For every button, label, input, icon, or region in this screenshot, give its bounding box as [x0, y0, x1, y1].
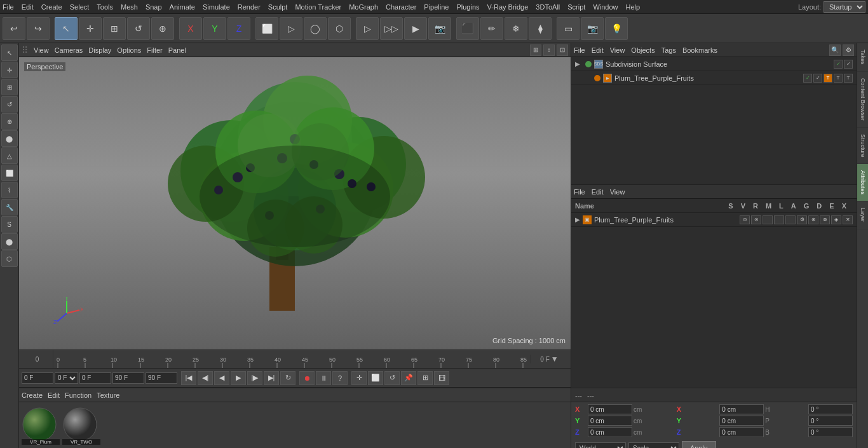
move-playback-button[interactable]: ✛ — [351, 371, 367, 385]
tab-structure[interactable]: Structure — [857, 128, 868, 165]
material-item-1[interactable]: VR_Plum — [22, 407, 60, 445]
coord-y-rot-input[interactable] — [719, 416, 764, 426]
rotate-tool-button[interactable]: ↺ — [127, 17, 150, 40]
pin-button[interactable]: 📌 — [401, 371, 416, 385]
refresh-button[interactable]: ↺ — [384, 371, 400, 385]
attr-cell-r[interactable] — [763, 215, 773, 224]
attr-menu-view[interactable]: View — [610, 188, 625, 196]
end-frame-input[interactable] — [112, 372, 144, 384]
menu-mograph[interactable]: MoGraph — [349, 3, 378, 11]
cube-button[interactable]: ⬜ — [255, 17, 278, 40]
coord-z-pos-input[interactable] — [588, 427, 632, 437]
viewport-menu-view[interactable]: View — [34, 46, 49, 54]
help-button[interactable]: ? — [332, 371, 348, 385]
viewport-menu-filter[interactable]: Filter — [147, 46, 162, 54]
play-button[interactable]: ▶ — [231, 371, 246, 385]
left-tool-7[interactable]: △ — [1, 147, 18, 164]
deformer-button[interactable]: ⬡ — [328, 17, 351, 40]
play-reverse-button[interactable]: ◀ — [214, 371, 229, 385]
obj-tag-2[interactable]: T — [834, 74, 843, 83]
redo-button[interactable]: ↪ — [27, 17, 50, 40]
menu-mesh[interactable]: Mesh — [121, 3, 138, 11]
obj-item-plumtree[interactable]: ▶ Plum_Tree_Purple_Fruits ✓ ✓ T T T — [571, 71, 857, 85]
attr-cell-e[interactable]: ◈ — [831, 215, 841, 224]
attr-menu-file[interactable]: File — [574, 188, 585, 196]
menu-snap[interactable]: Snap — [146, 3, 162, 11]
record-stop-button[interactable]: ⏸ — [316, 371, 331, 385]
menu-pipeline[interactable]: Pipeline — [424, 3, 449, 11]
loop-button[interactable]: ↻ — [280, 371, 295, 385]
obj-check-visible-1[interactable]: ✓ — [834, 60, 843, 69]
apply-button[interactable]: Apply — [682, 441, 716, 448]
filmstrip-button[interactable]: 🎞 — [434, 371, 449, 385]
tab-attributes[interactable]: Attributes — [857, 164, 868, 201]
obj-search-icon[interactable]: 🔍 — [829, 44, 841, 56]
next-frame-button[interactable]: |▶ — [247, 371, 262, 385]
tab-content-browser[interactable]: Content Browser — [857, 72, 868, 128]
left-tool-9[interactable]: ⌇ — [1, 182, 18, 198]
render-region-button[interactable]: ▷▷ — [380, 17, 403, 40]
tab-layer[interactable]: Layer — [857, 201, 868, 229]
obj-tag-1[interactable]: T — [824, 74, 832, 83]
pen-button[interactable]: ✏ — [480, 17, 503, 40]
attr-cell-d[interactable]: ⊗ — [820, 215, 830, 224]
obj-tag-3[interactable]: T — [844, 74, 853, 83]
left-tool-5[interactable]: ⊕ — [1, 113, 18, 130]
goto-start-button[interactable]: |◀ — [181, 371, 196, 385]
attr-cell-a[interactable]: ⚙ — [797, 215, 807, 224]
menu-plugins[interactable]: Plugins — [456, 3, 479, 11]
layout-dropdown[interactable]: Startup — [824, 1, 865, 13]
menu-help[interactable]: Help — [626, 3, 641, 11]
viewport-icon-btn-2[interactable]: ↕ — [543, 44, 555, 56]
attr-cell-m[interactable] — [774, 215, 784, 224]
render-to-picture-button[interactable]: 📷 — [428, 17, 451, 40]
obj-menu-edit[interactable]: Edit — [592, 46, 604, 54]
menu-motion-tracker[interactable]: Motion Tracker — [295, 3, 341, 11]
left-tool-10[interactable]: 🔧 — [1, 199, 18, 215]
menu-tools[interactable]: Tools — [97, 3, 113, 11]
menu-animate[interactable]: Animate — [170, 3, 195, 11]
left-tool-1[interactable]: ↖ — [1, 44, 18, 61]
array-button[interactable]: ⧫ — [529, 17, 552, 40]
select-tool-button[interactable]: ↖ — [55, 17, 78, 40]
cube3d-button[interactable]: ⬛ — [456, 17, 479, 40]
timeline-end-btn[interactable]: ▼ — [551, 355, 559, 363]
obj-check-visible-2[interactable]: ✓ — [803, 74, 812, 83]
menu-window[interactable]: Window — [593, 3, 618, 11]
viewport-menu-cameras[interactable]: Cameras — [55, 46, 83, 54]
scale-dropdown[interactable]: Scale — [628, 442, 679, 448]
move-tool-button[interactable]: ✛ — [79, 17, 102, 40]
attr-cell-l[interactable] — [785, 215, 796, 224]
viewport-menu-panel[interactable]: Panel — [168, 46, 186, 54]
cloner-button[interactable]: ❄ — [505, 17, 527, 40]
coord-z-rot-input[interactable] — [719, 427, 764, 437]
attr-expand-icon[interactable]: ▶ — [575, 216, 583, 223]
attr-menu-edit[interactable]: Edit — [592, 188, 604, 196]
obj-check-render-2[interactable]: ✓ — [813, 74, 822, 83]
prev-frame-button[interactable]: ◀| — [198, 371, 213, 385]
coord-p-input[interactable] — [808, 416, 853, 426]
obj-item-subdivision[interactable]: ▶ SDS Subdivision Surface ✓ ✓ — [571, 57, 857, 71]
menu-sculpt[interactable]: Sculpt — [268, 3, 288, 11]
coord-x-rot-input[interactable] — [719, 404, 764, 414]
y-axis-button[interactable]: Y — [203, 17, 226, 40]
attr-cell-g[interactable]: ⊛ — [808, 215, 818, 224]
start-frame-input[interactable] — [79, 372, 111, 384]
viewport-icon-btn-3[interactable]: ⊡ — [557, 44, 568, 56]
menu-create[interactable]: Create — [41, 3, 62, 11]
menu-script[interactable]: Script — [567, 3, 585, 11]
obj-menu-tags[interactable]: Tags — [661, 46, 676, 54]
z-axis-button[interactable]: Z — [227, 17, 250, 40]
attr-cell-x[interactable]: ✕ — [843, 215, 853, 224]
end-frame-input2[interactable] — [146, 372, 177, 384]
obj-expand-1[interactable]: ▶ — [575, 60, 583, 67]
left-tool-12[interactable]: ⬤ — [1, 233, 18, 250]
menu-simulate[interactable]: Simulate — [203, 3, 230, 11]
viewport-menu-options[interactable]: Options — [117, 46, 141, 54]
current-frame-input[interactable] — [22, 372, 53, 384]
nurbs-button[interactable]: ◯ — [304, 17, 327, 40]
menu-character[interactable]: Character — [386, 3, 416, 11]
left-tool-13[interactable]: ⬡ — [1, 250, 18, 267]
undo-button[interactable]: ↩ — [3, 17, 25, 40]
left-tool-11[interactable]: S — [1, 216, 18, 233]
